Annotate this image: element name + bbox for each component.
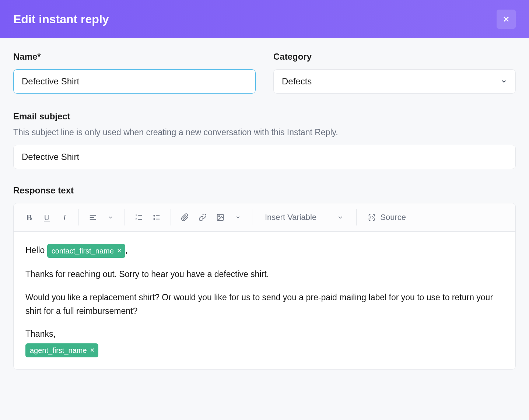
editor-toolbar: B U I 12 — [14, 203, 515, 232]
close-icon — [502, 15, 511, 24]
email-subject-input[interactable] — [13, 145, 516, 169]
email-subject-label: Email subject — [13, 111, 516, 122]
editor-content[interactable]: Hello contact_first_name✕, Thanks for re… — [14, 232, 515, 369]
source-button[interactable]: Source — [362, 213, 411, 222]
underline-button[interactable]: U — [39, 209, 55, 225]
modal-header: Edit instant reply — [0, 0, 529, 38]
modal-title: Edit instant reply — [13, 13, 109, 26]
italic-button[interactable]: I — [56, 209, 73, 225]
ordered-list-button[interactable]: 12 — [131, 209, 147, 225]
svg-text:1: 1 — [136, 213, 137, 217]
remove-variable-icon[interactable]: ✕ — [117, 246, 122, 256]
chevron-down-icon — [337, 214, 344, 221]
response-text-section: Response text B U I 12 — [13, 185, 516, 370]
link-icon — [199, 213, 207, 221]
italic-icon: I — [63, 213, 66, 223]
greeting-text: Hello — [25, 245, 47, 255]
svg-point-9 — [154, 218, 155, 220]
category-field: Category Defects — [273, 52, 516, 94]
chevron-down-icon — [501, 78, 507, 85]
email-subject-hint: This subject line is only used when crea… — [13, 127, 516, 137]
align-left-icon — [89, 213, 97, 221]
variable-chip-agent-first-name[interactable]: agent_first_name✕ — [25, 343, 98, 357]
align-dropdown-button[interactable] — [102, 209, 119, 225]
ordered-list-icon: 12 — [135, 213, 143, 221]
unordered-list-icon — [153, 213, 161, 221]
insert-variable-dropdown[interactable]: Insert Variable — [258, 213, 350, 222]
category-select[interactable]: Defects — [273, 69, 516, 94]
attachment-button[interactable] — [177, 209, 193, 225]
underline-icon: U — [44, 213, 50, 222]
separator — [171, 209, 171, 225]
insert-variable-label: Insert Variable — [265, 213, 316, 222]
paperclip-icon — [181, 213, 189, 221]
chevron-down-icon — [235, 214, 241, 220]
source-label: Source — [380, 213, 406, 222]
align-button[interactable] — [85, 209, 101, 225]
name-input[interactable] — [13, 69, 256, 94]
modal-content: Name* Category Defects Email subject Thi… — [0, 38, 529, 399]
image-icon — [216, 213, 224, 221]
svg-point-12 — [218, 216, 220, 217]
source-icon — [368, 213, 376, 221]
rich-text-editor: B U I 12 — [13, 203, 516, 370]
separator — [78, 209, 79, 225]
unordered-list-button[interactable] — [148, 209, 165, 225]
separator — [356, 209, 357, 225]
email-subject-section: Email subject This subject line is only … — [13, 111, 516, 169]
name-label: Name* — [13, 52, 256, 62]
separator — [252, 209, 252, 225]
chevron-down-icon — [108, 214, 113, 220]
closing-text: Thanks, — [25, 327, 504, 341]
category-value: Defects — [282, 76, 312, 87]
link-button[interactable] — [195, 209, 211, 225]
name-field: Name* — [13, 52, 256, 94]
image-button[interactable] — [212, 209, 228, 225]
bold-icon: B — [26, 213, 32, 223]
body-paragraph-1: Thanks for reaching out. Sorry to hear y… — [25, 267, 504, 281]
svg-point-7 — [154, 215, 155, 216]
image-dropdown-button[interactable] — [230, 209, 246, 225]
response-text-label: Response text — [13, 185, 516, 196]
body-paragraph-2: Would you like a replacement shirt? Or w… — [25, 291, 504, 318]
after-greeting-text: , — [125, 245, 127, 255]
bold-button[interactable]: B — [21, 209, 37, 225]
separator — [125, 209, 125, 225]
close-button[interactable] — [497, 10, 516, 29]
variable-chip-contact-first-name[interactable]: contact_first_name✕ — [47, 244, 125, 258]
svg-text:2: 2 — [136, 217, 137, 221]
remove-variable-icon[interactable]: ✕ — [90, 346, 95, 355]
category-label: Category — [273, 52, 516, 62]
